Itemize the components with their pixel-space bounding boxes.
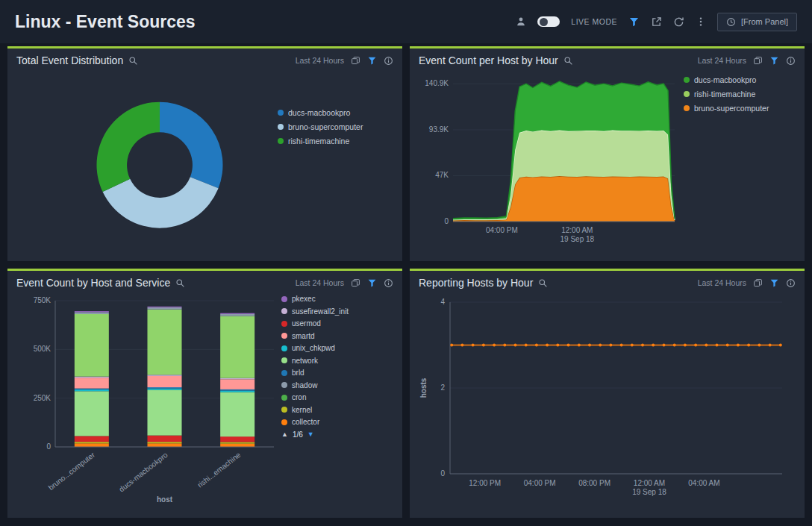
svg-text:2: 2: [440, 383, 445, 392]
legend-label: smartd: [292, 332, 315, 340]
svg-text:0: 0: [46, 442, 51, 451]
legend-item[interactable]: rishi-timemachine: [684, 90, 794, 98]
legend-color-dot: [281, 407, 287, 413]
legend-color-dot: [278, 138, 284, 144]
legend-label: network: [292, 357, 318, 365]
panel-event-count-by-host-service: Event Count by Host and Service Last 24 …: [7, 269, 402, 518]
svg-text:4: 4: [440, 298, 445, 306]
legend-next-icon[interactable]: ▼: [307, 430, 314, 438]
legend-item[interactable]: collector: [281, 418, 392, 426]
legend-item[interactable]: bruno-supercomputer: [684, 104, 794, 113]
legend-color-dot: [684, 77, 690, 83]
chart-legend: ducs-macbookprorishi-timemachinebruno-su…: [681, 71, 794, 257]
zoom-icon[interactable]: [563, 56, 573, 66]
user-icon[interactable]: [516, 16, 526, 27]
time-range-label: Last 24 Hours: [698, 56, 746, 65]
legend-color-dot: [684, 105, 690, 111]
page-title: Linux - Event Sources: [15, 12, 196, 32]
panel-filter-icon[interactable]: [367, 56, 377, 66]
zoom-icon[interactable]: [538, 278, 548, 288]
legend-item[interactable]: usermod: [281, 319, 392, 328]
legend-item[interactable]: susefirewall2_init: [281, 307, 392, 316]
legend-label: rishi-timemachine: [288, 137, 349, 145]
svg-text:140.9K: 140.9K: [425, 79, 449, 87]
legend-item[interactable]: cron: [281, 393, 392, 401]
panel-info-icon[interactable]: [786, 278, 796, 288]
svg-text:0: 0: [444, 217, 449, 225]
legend-item[interactable]: network: [281, 357, 392, 365]
svg-text:04:00 AM: 04:00 AM: [688, 479, 719, 487]
more-menu-icon[interactable]: [696, 16, 706, 27]
svg-text:rishi...emachine: rishi...emachine: [196, 451, 242, 489]
panel-filter-icon[interactable]: [769, 56, 779, 66]
panel-total-event-distribution: Total Event Distribution Last 24 Hours d…: [7, 46, 402, 261]
legend-prev-icon[interactable]: ▲: [281, 430, 288, 438]
svg-text:hosts: hosts: [419, 378, 428, 398]
svg-text:19 Sep 18: 19 Sep 18: [560, 235, 595, 243]
toggle-knob: [540, 18, 548, 26]
legend-item[interactable]: kernel: [281, 406, 392, 414]
line-chart[interactable]: 024hosts12:00 PM04:00 PM08:00 PM12:00 AM…: [416, 293, 793, 510]
legend-label: shadow: [292, 381, 317, 389]
legend-item[interactable]: ducs-macbookpro: [684, 75, 794, 84]
donut-chart[interactable]: [13, 71, 275, 248]
panel-info-icon[interactable]: [786, 56, 796, 66]
topbar: Linux - Event Sources LIVE MODE [From Pa…: [0, 0, 812, 43]
panel-queries-icon[interactable]: [753, 56, 763, 66]
legend-page-indicator: 1/6: [293, 430, 303, 439]
legend-item[interactable]: pkexec: [281, 295, 392, 303]
panel-queries-icon[interactable]: [351, 278, 360, 288]
panel-info-icon[interactable]: [384, 278, 393, 288]
svg-text:12:00 PM: 12:00 PM: [469, 479, 501, 487]
time-range-button[interactable]: [From Panel]: [717, 13, 797, 31]
zoom-icon[interactable]: [128, 56, 138, 66]
legend-item[interactable]: shadow: [281, 381, 392, 389]
panel-title: Total Event Distribution: [16, 54, 123, 66]
live-mode-label: LIVE MODE: [571, 17, 617, 26]
dashboard-grid: Total Event Distribution Last 24 Hours d…: [0, 43, 812, 525]
legend-label: brld: [292, 369, 304, 377]
svg-text:bruno...computer: bruno...computer: [47, 451, 97, 492]
legend-label: ducs-macbookpro: [288, 108, 350, 117]
time-range-label: Last 24 Hours: [296, 278, 344, 287]
time-range-label: Last 24 Hours: [698, 278, 746, 287]
panel-queries-icon[interactable]: [351, 56, 360, 66]
legend-color-dot: [278, 110, 284, 116]
filter-icon[interactable]: [628, 16, 640, 28]
panel-filter-icon[interactable]: [367, 278, 377, 288]
refresh-icon[interactable]: [673, 16, 684, 28]
svg-text:12:00 AM: 12:00 AM: [561, 226, 593, 234]
chart-legend: ducs-macbookprobruno-supercomputerrishi-…: [275, 71, 388, 257]
panel-queries-icon[interactable]: [753, 278, 763, 288]
time-range-label: Last 24 Hours: [296, 56, 344, 65]
stacked-area-chart[interactable]: 047K93.9K140.9K04:00 PM12:00 AM19 Sep 18: [416, 71, 681, 248]
legend-color-dot: [281, 382, 287, 388]
legend-item[interactable]: ducs-macbookpro: [278, 108, 388, 117]
legend-item[interactable]: unix_chkpwd: [281, 344, 392, 352]
legend-item[interactable]: brld: [281, 369, 392, 377]
svg-text:ducs-macbookpro: ducs-macbookpro: [117, 451, 169, 494]
panel-title: Event Count per Host by Hour: [419, 54, 558, 66]
zoom-icon[interactable]: [175, 278, 185, 288]
svg-text:250K: 250K: [34, 394, 51, 402]
svg-text:47K: 47K: [435, 171, 449, 179]
live-mode-toggle[interactable]: [537, 16, 560, 27]
legend-item[interactable]: rishi-timemachine: [278, 137, 388, 145]
svg-text:04:00 PM: 04:00 PM: [524, 479, 556, 487]
chart-legend: pkexecsusefirewall2_initusermodsmartduni…: [278, 293, 392, 513]
svg-text:0: 0: [440, 469, 445, 478]
share-icon[interactable]: [651, 16, 662, 28]
legend-item[interactable]: bruno-supercomputer: [278, 122, 388, 131]
legend-item[interactable]: smartd: [281, 332, 392, 340]
panel-filter-icon[interactable]: [769, 278, 779, 288]
legend-color-dot: [684, 91, 690, 97]
legend-color-dot: [281, 321, 287, 327]
panel-title: Reporting Hosts by Hour: [419, 277, 533, 289]
panel-info-icon[interactable]: [384, 56, 393, 66]
legend-color-dot: [281, 357, 287, 363]
svg-text:750K: 750K: [34, 296, 51, 304]
stacked-bar-chart[interactable]: 0250K500K750Kbruno...computerducs-macboo…: [13, 293, 278, 508]
legend-color-dot: [281, 419, 287, 425]
svg-text:500K: 500K: [34, 345, 51, 353]
svg-text:04:00 PM: 04:00 PM: [486, 226, 518, 234]
